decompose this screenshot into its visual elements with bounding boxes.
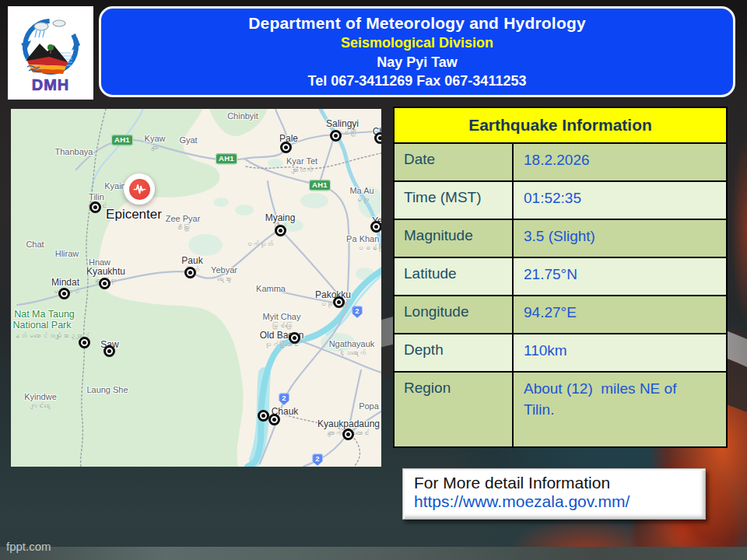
map-place-label: Zee Pyar ဇီးပြား xyxy=(166,214,201,233)
map-town-marker xyxy=(99,278,110,289)
map-place-label: Nat Ma Taung xyxy=(14,309,75,320)
map-town-marker xyxy=(184,267,196,278)
map-place-label: Popa xyxy=(359,401,379,411)
map-place-label: Ngathayauk ငါ့သရောက် xyxy=(329,339,375,358)
row-value: 18.2.2026 xyxy=(514,144,726,180)
epicenter-map: Thanbaya Kyaw ကျော Gyat Chinbyit Pale Sa… xyxy=(11,109,381,467)
map-place-label: Chat xyxy=(26,240,44,250)
earthquake-info-table: Earthquake Information Date 18.2.2026 Ti… xyxy=(393,107,728,448)
table-row: Latitude 21.75°N xyxy=(395,258,726,296)
row-value: 21.75°N xyxy=(514,258,726,295)
more-info-box: For More detail Information https://www.… xyxy=(402,468,706,520)
map-town-marker xyxy=(275,225,286,236)
map-place-label: Myit Chay မြစ်ခြေ xyxy=(263,312,301,331)
map-place-label: Kyar Tet ကျားတက် xyxy=(286,156,317,175)
row-label: Latitude xyxy=(395,258,514,295)
map-town-marker xyxy=(79,337,90,348)
table-row: Magnitude 3.5 (Slight) xyxy=(395,220,726,258)
fppt-watermark: fppt.com xyxy=(6,540,51,553)
map-town-marker xyxy=(374,132,382,144)
epicenter-label: Epicenter xyxy=(106,207,162,222)
contact-line: Tel 067-3411269 Fax 067-3411253 xyxy=(101,73,733,89)
table-row: Date 18.2.2026 xyxy=(395,144,726,182)
map-town-marker xyxy=(268,414,280,425)
header-banner: Department of Meteorology and Hydrology … xyxy=(99,6,735,97)
table-row: Time (MST) 01:52:35 xyxy=(395,182,726,220)
map-place-label: Gyat xyxy=(179,135,197,145)
seismograph-icon xyxy=(129,179,150,200)
row-value: About (12) miles NE of Tilin. xyxy=(514,373,726,446)
map-place-label: Kyaw ကျော xyxy=(145,134,166,152)
more-info-link[interactable]: https://www.moezala.gov.mm/ xyxy=(414,492,705,511)
table-title: Earthquake Information xyxy=(395,108,726,144)
dmh-logo-text: DMH xyxy=(32,76,70,93)
map-town-marker xyxy=(342,429,354,440)
map-place-label: Chinbyit xyxy=(227,111,258,121)
map-place-label: National Park xyxy=(12,320,71,331)
epicenter-marker xyxy=(124,173,155,205)
map-town-marker xyxy=(370,221,382,233)
map-town-marker xyxy=(89,201,101,213)
map-place-label: Thanbaya xyxy=(55,147,93,157)
org-title: Department of Meteorology and Hydrology xyxy=(101,14,733,33)
map-place-label: Kyindwe ကျင်းဒွေး xyxy=(24,392,57,411)
map-place-label: Kamma xyxy=(256,284,286,294)
map-place-label: Ma Au မအူ xyxy=(349,186,374,205)
bottom-accent-bar xyxy=(0,547,747,560)
division-title: Seismological Division xyxy=(101,35,733,51)
map-town-marker xyxy=(330,130,342,142)
table-row: Depth 110km xyxy=(395,334,726,373)
dmh-logo-icon: DMH xyxy=(12,9,89,96)
row-label: Time (MST) xyxy=(395,182,514,219)
dmh-logo: DMH xyxy=(8,6,93,100)
row-label: Magnitude xyxy=(395,220,514,257)
map-town-marker xyxy=(58,288,70,299)
row-label: Date xyxy=(395,144,514,180)
table-row: Region About (12) miles NE of Tilin. xyxy=(395,373,726,446)
row-label: Region xyxy=(395,373,514,446)
map-town-marker xyxy=(333,296,345,308)
table-rows: Date 18.2.2026 Time (MST) 01:52:35 Magni… xyxy=(395,144,726,446)
map-town-marker xyxy=(280,142,292,153)
row-label: Longitude xyxy=(395,296,514,333)
route-badge: AH1 xyxy=(216,153,237,164)
location-title: Nay Pyi Taw xyxy=(101,54,733,71)
row-value: 3.5 (Slight) xyxy=(514,220,726,257)
map-town-marker xyxy=(103,345,115,357)
row-label: Depth xyxy=(395,334,514,371)
row-value: 110km xyxy=(514,334,726,371)
row-value: 94.27°E xyxy=(514,296,726,333)
map-place-label: နတ်မတောင်အမျိုးသားဥယျာဉ် xyxy=(13,332,90,341)
map-place-label: ဝက်ပုတ် xyxy=(245,240,273,249)
route-badge: AH1 xyxy=(309,180,331,191)
map-place-label: Yebyar ရေဘွား xyxy=(211,265,237,284)
row-value: 01:52:35 xyxy=(514,182,726,219)
map-town-marker xyxy=(258,410,269,422)
route-badge: AH1 xyxy=(111,135,133,145)
more-info-heading: For More detail Information xyxy=(414,474,705,492)
map-place-label: Pa Khan Gyi ပခန်းကြီး xyxy=(346,234,381,253)
table-row: Longitude 94.27°E xyxy=(395,296,726,334)
map-place-label: Hliraw xyxy=(55,249,79,259)
map-place-label: Laung She xyxy=(86,385,128,395)
map-town-marker xyxy=(289,332,300,344)
